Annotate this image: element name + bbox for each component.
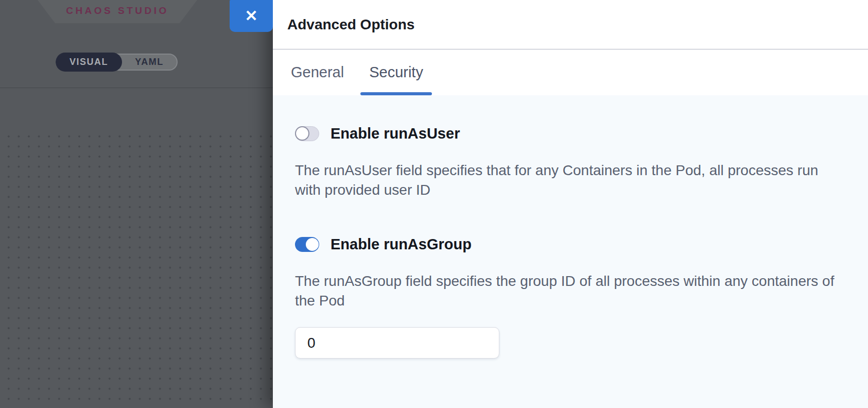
drawer-header: Advanced Options (273, 0, 868, 49)
toolbar-divider (0, 88, 273, 88)
enable-runasuser-toggle[interactable] (295, 126, 319, 141)
toggle-knob (295, 126, 309, 141)
tab-security[interactable]: Security (360, 49, 432, 95)
drawer-title: Advanced Options (287, 16, 414, 33)
runasgroup-toggle-label: Enable runAsGroup (331, 236, 472, 253)
close-icon: ✕ (245, 8, 257, 24)
yaml-segment-label: YAML (135, 57, 163, 67)
tab-general-label: General (291, 64, 344, 81)
security-tab-panel: Enable runAsUser The runAsUser field spe… (273, 95, 868, 359)
visual-yaml-switch[interactable]: VISUAL YAML (56, 54, 178, 71)
runasuser-toggle-row: Enable runAsUser (295, 125, 837, 142)
runasuser-section: Enable runAsUser The runAsUser field spe… (295, 125, 837, 200)
studio-title: CHAOS STUDIO (66, 5, 169, 19)
runasgroup-toggle-row: Enable runAsGroup (295, 236, 837, 253)
runasuser-description: The runAsUser field specifies that for a… (295, 161, 837, 200)
canvas-dot-grid (0, 129, 273, 408)
toggle-knob (306, 238, 319, 251)
tab-general[interactable]: General (282, 49, 353, 95)
tab-security-label: Security (369, 64, 423, 81)
screen: CHAOS STUDIO VISUAL YAML ✕ Advanced Opti… (0, 0, 868, 408)
advanced-options-drawer: ✕ Advanced Options General Security Enab… (273, 0, 868, 408)
chaos-studio-banner: CHAOS STUDIO (38, 0, 197, 23)
drawer-tabs: General Security (273, 49, 868, 95)
visual-segment-label: VISUAL (70, 57, 108, 67)
runasgroup-description: The runAsGroup field specifies the group… (295, 271, 837, 311)
runasuser-toggle-label: Enable runAsUser (331, 125, 460, 142)
runasgroup-section: Enable runAsGroup The runAsGroup field s… (295, 236, 837, 359)
yaml-segment[interactable]: YAML (122, 57, 177, 67)
runasgroup-value-input[interactable] (295, 327, 499, 359)
close-drawer-button[interactable]: ✕ (230, 0, 273, 32)
canvas-backdrop: CHAOS STUDIO VISUAL YAML (0, 0, 273, 408)
visual-segment[interactable]: VISUAL (56, 53, 122, 72)
enable-runasgroup-toggle[interactable] (295, 237, 319, 252)
